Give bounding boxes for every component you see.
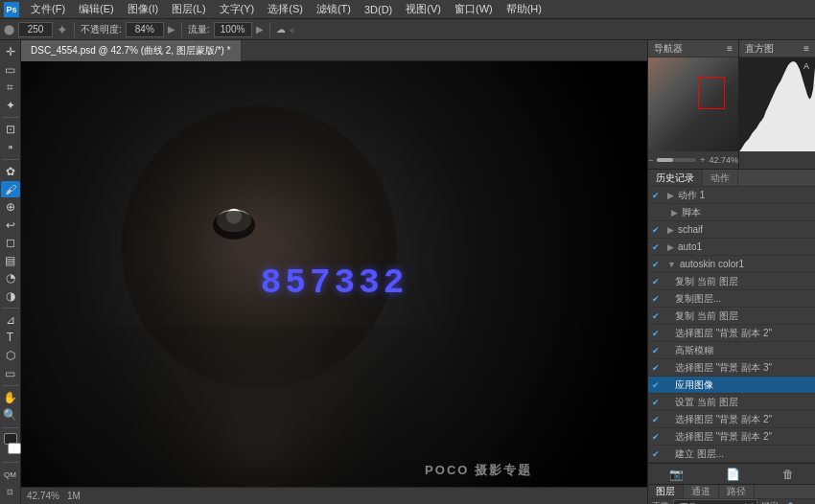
history-brush-tool[interactable]: ↩ (1, 217, 20, 233)
history-label: schaif (678, 224, 703, 235)
tab-layers[interactable]: 图层 (648, 485, 684, 498)
histogram-menu-icon[interactable]: ≡ (803, 43, 809, 54)
tab-channels[interactable]: 通道 (684, 485, 719, 498)
zoom-tool[interactable]: 🔍 (1, 407, 20, 424)
main-canvas[interactable] (21, 61, 647, 504)
history-snapshot-btn[interactable]: 📷 (665, 468, 687, 481)
zoom-slider-track[interactable] (657, 158, 696, 162)
gradient-tool[interactable]: ▤ (1, 252, 20, 268)
brush-size-input[interactable] (18, 22, 53, 37)
navigator-image (648, 57, 738, 151)
svg-marker-0 (739, 61, 815, 151)
menu-edit[interactable]: 编辑(E) (73, 2, 120, 16)
eyedropper-tool[interactable]: ⁍ (1, 139, 20, 155)
menu-help[interactable]: 帮助(H) (501, 2, 547, 16)
tab-paths[interactable]: 路径 (719, 485, 755, 498)
menu-text[interactable]: 文字(Y) (214, 2, 261, 16)
list-item[interactable]: ✔ 高斯模糊 (648, 342, 815, 359)
quick-mask-tool[interactable]: QM (1, 467, 20, 483)
navigator-menu-icon[interactable]: ≡ (727, 43, 733, 54)
check-icon: ✔ (652, 191, 664, 200)
list-item[interactable]: ✔ 选择图层 "背景 副本 2" (648, 411, 815, 428)
navigator-panel-header: 导航器 ≡ (648, 40, 738, 57)
layers-panel: 图层 通道 路径 正常 正常 锁定: 🔒⊡⊟ 不透明度: ▶ 填充: ▶ (648, 485, 815, 504)
history-label: 选择图层 "背景 副本 2" (675, 430, 772, 444)
list-item[interactable]: ▶ 脚本 (648, 204, 815, 221)
action-icon: ▶ (667, 191, 674, 200)
screen-mode-tool[interactable]: ⊡ (1, 485, 20, 501)
magic-wand-tool[interactable]: ✦ (1, 98, 20, 114)
history-new-doc-btn[interactable]: 📄 (722, 468, 744, 481)
blend-mode-select[interactable]: 正常 (673, 499, 757, 504)
history-tabs: 历史记录 动作 (648, 170, 815, 187)
right-panels: 导航器 ≡ − + 42.74% (647, 40, 815, 504)
move-tool[interactable]: ✛ (1, 44, 20, 60)
list-item[interactable]: ✔ ▶ auto1 (648, 239, 815, 256)
menu-file[interactable]: 文件(F) (25, 2, 71, 16)
list-item[interactable]: ✔ ▼ autoskin color1 (648, 256, 815, 273)
check-icon: ✔ (652, 329, 664, 338)
list-item[interactable]: ✔ 设置 当前 图层 (648, 394, 815, 411)
menu-layer[interactable]: 图层(L) (166, 2, 211, 16)
list-item[interactable]: ✔ 复制图层... (648, 290, 815, 308)
eraser-tool[interactable]: ◻ (1, 235, 20, 251)
list-item[interactable]: ✔ 复制 当前 图层 (648, 273, 815, 290)
action-icon: ▶ (667, 225, 674, 235)
crop-tool[interactable]: ⊡ (1, 122, 20, 138)
stamp-tool[interactable]: ⊕ (1, 199, 20, 216)
menu-window[interactable]: 窗口(W) (449, 2, 499, 16)
menu-image[interactable]: 图像(I) (122, 2, 164, 16)
layers-options: 正常 正常 锁定: 🔒⊡⊟ (648, 499, 815, 504)
list-item[interactable]: ✔ 选择图层 "背景 副本 2" (648, 428, 815, 446)
pen-tool[interactable]: ⊿ (1, 312, 20, 329)
check-icon: ✔ (652, 260, 664, 269)
list-item[interactable]: ✔ ▶ schaif (648, 221, 815, 239)
tab-actions[interactable]: 动作 (703, 170, 738, 186)
select-tool[interactable]: ▭ (1, 62, 20, 79)
list-item[interactable]: ✔ 应用图像 (648, 377, 815, 394)
histogram-panel: 直方图 ≡ A (739, 40, 815, 169)
history-delete-btn[interactable]: 🗑 (779, 468, 798, 481)
text-tool[interactable]: T (1, 330, 20, 346)
brush-tool[interactable]: 🖌 (1, 181, 20, 197)
list-item[interactable]: ✔ 建立 图层... (648, 446, 815, 463)
navigator-icons: ≡ (727, 43, 733, 54)
list-item[interactable]: ✔ 选择图层 "背景 副本 2" (648, 325, 815, 342)
blur-tool[interactable]: ◔ (1, 270, 20, 286)
canvas-content[interactable]: 857332 实用摄影技巧 FsBus.CoM POCO 摄影专题 http:/… (21, 61, 647, 504)
histogram-label-a: A (803, 61, 809, 71)
zoom-in-icon[interactable]: + (700, 155, 705, 165)
menu-select[interactable]: 选择(S) (262, 2, 309, 16)
check-icon: ✔ (652, 398, 664, 407)
check-icon: ✔ (652, 415, 664, 424)
menu-filter[interactable]: 滤镜(T) (311, 2, 357, 16)
tab-bar: DSC_4554.psd @ 42.7% (曲线 2, 图层蒙版/*) * (21, 40, 647, 61)
document-tab[interactable]: DSC_4554.psd @ 42.7% (曲线 2, 图层蒙版/*) * (21, 40, 242, 61)
opacity-input[interactable] (126, 22, 164, 37)
lasso-tool[interactable]: ⌗ (1, 80, 20, 96)
check-icon: ✔ (652, 277, 664, 286)
histogram-footer (739, 151, 815, 169)
background-color[interactable] (8, 443, 21, 454)
hand-tool[interactable]: ✋ (1, 390, 20, 406)
heal-tool[interactable]: ✿ (1, 164, 20, 180)
list-item[interactable]: ✔ 选择图层 "背景 副本 3" (648, 359, 815, 377)
navigator-preview[interactable] (648, 57, 738, 151)
dodge-tool[interactable]: ◑ (1, 287, 20, 304)
menu-view[interactable]: 视图(V) (400, 2, 447, 16)
list-item[interactable]: ✔ 复制 当前 图层 (648, 308, 815, 325)
list-item[interactable]: ✔ ▶ 动作 1 (648, 187, 815, 204)
shape-tool[interactable]: ▭ (1, 365, 20, 381)
canvas-status-bar: 42.74% 1M (21, 487, 647, 504)
menu-3d[interactable]: 3D(D) (359, 4, 398, 15)
tab-history[interactable]: 历史记录 (648, 170, 703, 186)
history-label: auto1 (678, 241, 702, 252)
history-label: autoskin color1 (680, 259, 744, 269)
zoom-out-icon[interactable]: − (648, 155, 653, 165)
history-content[interactable]: ✔ ▶ 动作 1 ▶ 脚本 ✔ ▶ schaif ✔ ▶ auto1 (648, 187, 815, 463)
action-icon: ▶ (667, 242, 674, 252)
histogram-content: A (739, 57, 815, 151)
app-icon: Ps (4, 2, 19, 17)
flow-input[interactable] (214, 22, 252, 37)
path-tool[interactable]: ⬡ (1, 348, 20, 364)
